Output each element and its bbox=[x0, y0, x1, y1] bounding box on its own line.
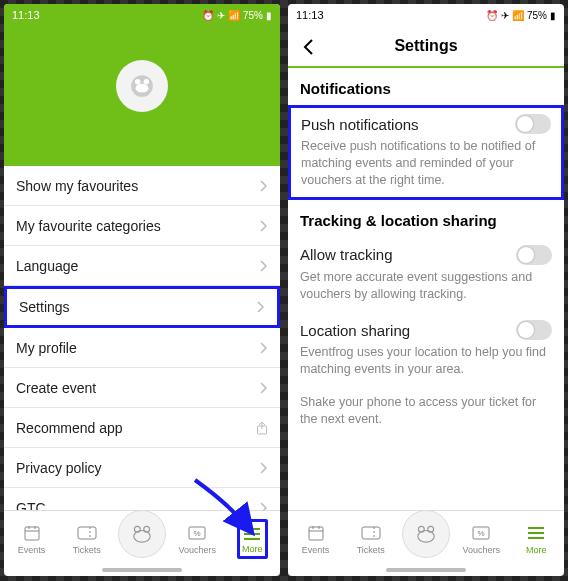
chevron-right-icon bbox=[260, 220, 268, 232]
menu-language[interactable]: Language bbox=[4, 246, 280, 286]
calendar-icon bbox=[22, 523, 42, 543]
frog-icon bbox=[129, 73, 155, 99]
nav-vouchers[interactable]: % Vouchers bbox=[173, 523, 221, 555]
nav-frog[interactable] bbox=[402, 510, 450, 558]
toggle-push[interactable] bbox=[515, 114, 551, 134]
ticket-icon bbox=[361, 523, 381, 543]
menu-create-event[interactable]: Create event bbox=[4, 368, 280, 408]
menu-settings[interactable]: Settings bbox=[4, 286, 280, 328]
chevron-right-icon bbox=[260, 382, 268, 394]
setting-label: Location sharing bbox=[300, 322, 410, 339]
avatar[interactable] bbox=[116, 60, 168, 112]
menu-icon bbox=[242, 524, 262, 544]
shake-hint: Shake your phone to access your ticket f… bbox=[288, 388, 564, 438]
nav-vouchers[interactable]: % Vouchers bbox=[457, 523, 505, 555]
share-icon bbox=[256, 421, 268, 435]
back-button[interactable] bbox=[296, 34, 322, 60]
status-icons: ⏰✈📶 75%▮ bbox=[486, 10, 556, 21]
svg-point-2 bbox=[135, 79, 140, 84]
phone-right: 11:13 ⏰✈📶 75%▮ Settings Notifications Pu… bbox=[288, 4, 564, 576]
svg-point-1 bbox=[136, 84, 149, 93]
menu-profile[interactable]: My profile bbox=[4, 328, 280, 368]
title-bar: Settings bbox=[288, 26, 564, 68]
menu-list[interactable]: Show my favourites My favourite categori… bbox=[4, 166, 280, 510]
setting-location-sharing[interactable]: Location sharing Eventfrog uses your loc… bbox=[288, 312, 564, 388]
bottom-nav: Events Tickets % Vouchers More bbox=[288, 510, 564, 566]
home-indicator bbox=[102, 568, 182, 572]
nav-tickets[interactable]: Tickets bbox=[347, 523, 395, 555]
profile-header bbox=[4, 26, 280, 166]
menu-gtc[interactable]: GTC bbox=[4, 488, 280, 510]
frog-icon bbox=[412, 520, 440, 548]
calendar-icon bbox=[306, 523, 326, 543]
settings-scroll[interactable]: Notifications Push notifications Receive… bbox=[288, 68, 564, 510]
svg-rect-14 bbox=[362, 527, 380, 539]
status-bar: 11:13 ⏰✈📶 75%▮ bbox=[4, 4, 280, 26]
phone-left: 11:13 ⏰✈📶 75%▮ Show my favourites My fav… bbox=[4, 4, 280, 576]
chevron-left-icon bbox=[302, 38, 316, 56]
status-time: 11:13 bbox=[296, 9, 324, 21]
status-time: 11:13 bbox=[12, 9, 40, 21]
section-tracking: Tracking & location sharing bbox=[288, 200, 564, 237]
nav-events[interactable]: Events bbox=[8, 523, 56, 555]
status-icons: ⏰✈📶 75%▮ bbox=[202, 10, 272, 21]
chevron-right-icon bbox=[260, 342, 268, 354]
toggle-location[interactable] bbox=[516, 320, 552, 340]
frog-icon bbox=[128, 520, 156, 548]
voucher-icon: % bbox=[471, 523, 491, 543]
status-bar: 11:13 ⏰✈📶 75%▮ bbox=[288, 4, 564, 26]
menu-favourites[interactable]: Show my favourites bbox=[4, 166, 280, 206]
menu-privacy[interactable]: Privacy policy bbox=[4, 448, 280, 488]
setting-push-notifications[interactable]: Push notifications Receive push notifica… bbox=[288, 105, 564, 200]
voucher-icon: % bbox=[187, 523, 207, 543]
setting-label: Push notifications bbox=[301, 116, 419, 133]
nav-frog[interactable] bbox=[118, 510, 166, 558]
menu-recommend[interactable]: Recommend app bbox=[4, 408, 280, 448]
setting-label: Allow tracking bbox=[300, 246, 393, 263]
svg-text:%: % bbox=[478, 529, 485, 538]
nav-more[interactable]: More bbox=[512, 523, 560, 555]
setting-desc: Eventfrog uses your location to help you… bbox=[300, 344, 552, 378]
svg-point-3 bbox=[144, 79, 149, 84]
home-indicator bbox=[386, 568, 466, 572]
page-title: Settings bbox=[394, 37, 457, 55]
nav-more[interactable]: More bbox=[228, 519, 276, 559]
toggle-tracking[interactable] bbox=[516, 245, 552, 265]
svg-text:%: % bbox=[194, 529, 201, 538]
chevron-right-icon bbox=[257, 301, 265, 313]
svg-rect-7 bbox=[78, 527, 96, 539]
menu-icon bbox=[526, 523, 546, 543]
setting-desc: Receive push notifications to be notifie… bbox=[301, 138, 551, 189]
chevron-right-icon bbox=[260, 502, 268, 511]
setting-allow-tracking[interactable]: Allow tracking Get more accurate event s… bbox=[288, 237, 564, 313]
svg-rect-13 bbox=[309, 527, 323, 540]
section-notifications: Notifications bbox=[288, 68, 564, 105]
nav-tickets[interactable]: Tickets bbox=[63, 523, 111, 555]
setting-desc: Get more accurate event suggestions and … bbox=[300, 269, 552, 303]
chevron-right-icon bbox=[260, 180, 268, 192]
ticket-icon bbox=[77, 523, 97, 543]
chevron-right-icon bbox=[260, 260, 268, 272]
chevron-right-icon bbox=[260, 462, 268, 474]
svg-rect-6 bbox=[25, 527, 39, 540]
bottom-nav: Events Tickets % Vouchers More bbox=[4, 510, 280, 566]
menu-fav-categories[interactable]: My favourite categories bbox=[4, 206, 280, 246]
nav-events[interactable]: Events bbox=[292, 523, 340, 555]
